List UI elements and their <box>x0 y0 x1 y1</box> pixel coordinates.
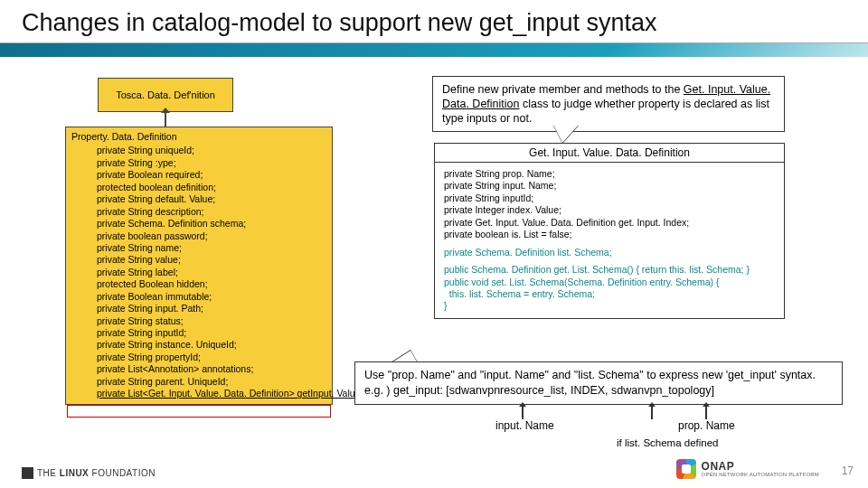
page-number: 17 <box>842 465 854 477</box>
lf-icon <box>22 467 33 479</box>
code-line: private Get. Input. Value. Data. Definit… <box>444 217 775 229</box>
property-def-line: private String name; <box>71 242 326 254</box>
onap-logo: ONAP OPEN NETWORK AUTOMATION PLATFORM <box>676 459 819 479</box>
property-def-highlight: private List<Get. Input. Value. Data. De… <box>71 388 326 399</box>
page-title: Changes in catalog-model to support new … <box>0 0 868 42</box>
c1-pre: Define new private member and methods to… <box>442 83 684 96</box>
property-def-line: private List<Annotation> annotations; <box>71 363 326 375</box>
lf-post: FOUNDATION <box>92 468 156 478</box>
linux-foundation-logo: THE LINUX FOUNDATION <box>22 467 156 479</box>
onap-icon <box>676 459 696 479</box>
property-def-line: protected Boolean hidden; <box>71 278 326 290</box>
arrow-prop <box>705 407 707 419</box>
label-prop: prop. Name <box>678 419 735 432</box>
callout-usage: Use "prop. Name" and "input. Name" and "… <box>354 361 843 405</box>
label-cond: if list. Schema defined <box>617 437 719 448</box>
code-teal-1: private Schema. Definition list. Schema; <box>444 247 775 258</box>
property-def-line: private String value; <box>71 254 326 266</box>
property-def-line: private String default. Value; <box>71 193 326 205</box>
code-line: private boolean is. List = false; <box>444 229 775 240</box>
code-line: private Integer index. Value; <box>444 204 775 216</box>
property-def-line: private String uniqueId; <box>71 145 326 156</box>
property-def-line: private Boolean required; <box>71 169 326 181</box>
property-def-line: private String instance. UniqueId; <box>71 339 326 351</box>
highlight-outline <box>67 405 331 418</box>
code-header: Get. Input. Value. Data. Definition <box>435 144 784 163</box>
code-box: Get. Input. Value. Data. Definition priv… <box>434 143 785 319</box>
code-line: private String input. Name; <box>444 180 775 192</box>
property-def-line: private String propertyId; <box>71 352 326 363</box>
property-def-line: private boolean password; <box>71 230 326 242</box>
lf-b: LINUX <box>60 468 90 478</box>
property-def-line: private String label; <box>71 267 326 278</box>
property-def-line: private String description; <box>71 206 326 218</box>
onap-sub: OPEN NETWORK AUTOMATION PLATFORM <box>702 472 819 477</box>
label-input: input. Name <box>495 419 554 432</box>
tosca-label: Tosca. Data. Def'nition <box>116 89 215 100</box>
property-def-line: private String status; <box>71 315 326 327</box>
property-def-box: Property. Data. Definition private Strin… <box>65 127 333 405</box>
onap-text: ONAP <box>702 461 819 472</box>
code-teal-line: } <box>444 300 775 312</box>
property-def-line: private String input. Path; <box>71 303 326 314</box>
callout-define-tail <box>553 125 579 143</box>
property-def-head: Property. Data. Definition <box>71 131 326 143</box>
title-bar: Changes in catalog-model to support new … <box>0 0 868 57</box>
c2-l2: e.g. ) get_input: [sdwanvpnresource_list… <box>364 383 833 399</box>
property-def-line: private String inputId; <box>71 327 326 339</box>
callout-define: Define new private member and methods to… <box>432 76 785 132</box>
property-def-line: private String :ype; <box>71 157 326 169</box>
title-rule <box>0 42 868 57</box>
property-def-line: protected boolean definition; <box>71 182 326 193</box>
c2-l1: Use "prop. Name" and "input. Name" and "… <box>364 368 833 383</box>
lf-pre: THE <box>37 468 57 478</box>
arrow-input <box>522 407 524 419</box>
property-def-line: private String parent. UniqueId; <box>71 376 326 388</box>
code-teal-line: this. list. Schema = entry. Schema; <box>444 288 775 300</box>
property-def-line: private Schema. Definition schema; <box>71 218 326 230</box>
code-line: private String prop. Name; <box>444 168 775 180</box>
code-teal-line: public void set. List. Schema(Schema. De… <box>444 277 775 288</box>
code-teal-line: public Schema. Definition get. List. Sch… <box>444 264 775 276</box>
inheritance-arrow <box>165 112 166 127</box>
code-line: private String inputId; <box>444 192 775 204</box>
property-def-line: private Boolean immutable; <box>71 291 326 303</box>
arrow-cond <box>651 407 653 419</box>
